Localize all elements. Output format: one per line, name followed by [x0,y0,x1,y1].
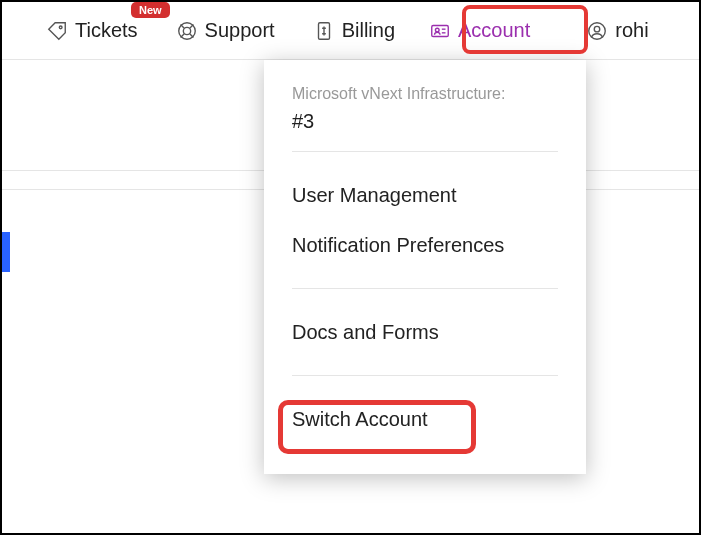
nav-billing[interactable]: Billing [299,13,409,48]
dropdown-item-switch-account[interactable]: Switch Account [264,394,586,444]
id-card-icon [429,20,451,42]
nav-tickets[interactable]: Tickets New [32,13,152,48]
active-strip [2,232,10,272]
svg-rect-8 [432,25,449,36]
account-dropdown: Microsoft vNext Infrastructure: #3 User … [264,60,586,474]
dropdown-divider [292,375,558,376]
invoice-icon [313,20,335,42]
svg-line-3 [180,24,184,28]
dropdown-divider [292,151,558,152]
svg-point-13 [595,26,601,32]
dropdown-header-value: #3 [292,110,558,133]
dropdown-item-user-management[interactable]: User Management [264,170,586,220]
dropdown-header-label: Microsoft vNext Infrastructure: [292,82,558,106]
nav-support-label: Support [205,19,275,42]
svg-point-0 [59,25,62,28]
dropdown-header: Microsoft vNext Infrastructure: #3 [264,82,586,133]
nav-support[interactable]: Support [162,13,289,48]
svg-line-6 [189,33,193,37]
svg-point-2 [183,27,190,34]
dropdown-item-docs-and-forms[interactable]: Docs and Forms [264,307,586,357]
nav-account-label: Account [458,19,530,42]
top-navbar: Tickets New Support Billing Account rohi [2,2,699,60]
svg-line-5 [180,33,184,37]
nav-tickets-label: Tickets [75,19,138,42]
svg-line-4 [189,24,193,28]
nav-user[interactable]: rohi [572,13,662,48]
lifebuoy-icon [176,20,198,42]
nav-account[interactable]: Account [415,13,544,48]
nav-billing-label: Billing [342,19,395,42]
dropdown-item-notification-preferences[interactable]: Notification Preferences [264,220,586,270]
nav-user-label: rohi [615,19,648,42]
user-avatar-icon [586,20,608,42]
tag-icon [46,20,68,42]
svg-point-9 [435,28,439,32]
dropdown-divider [292,288,558,289]
